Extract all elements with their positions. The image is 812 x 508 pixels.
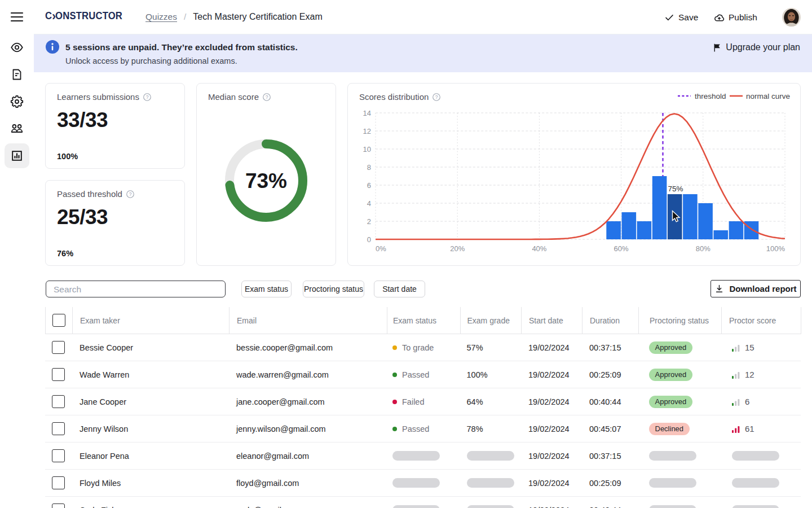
svg-text:normal curve: normal curve	[746, 92, 790, 100]
svg-text:14: 14	[363, 109, 371, 117]
svg-text:threshold: threshold	[695, 92, 726, 100]
svg-text:?: ?	[266, 94, 268, 100]
svg-text:?: ?	[129, 191, 132, 197]
svg-text:75%: 75%	[668, 185, 683, 193]
svg-text:40%: 40%	[532, 244, 546, 253]
svg-text:8: 8	[367, 163, 371, 172]
svg-text:0: 0	[367, 235, 371, 244]
svg-text:100%: 100%	[766, 244, 785, 253]
svg-text:6: 6	[367, 181, 371, 190]
svg-text:10: 10	[363, 145, 371, 154]
svg-text:4: 4	[367, 199, 371, 208]
svg-text:?: ?	[146, 94, 149, 100]
svg-text:2: 2	[367, 217, 371, 226]
svg-text:73%: 73%	[245, 169, 287, 192]
svg-text:80%: 80%	[696, 244, 710, 253]
svg-text:0%: 0%	[376, 244, 386, 253]
svg-text:12: 12	[363, 127, 371, 135]
svg-text:60%: 60%	[614, 244, 629, 253]
svg-text:20%: 20%	[450, 244, 465, 253]
